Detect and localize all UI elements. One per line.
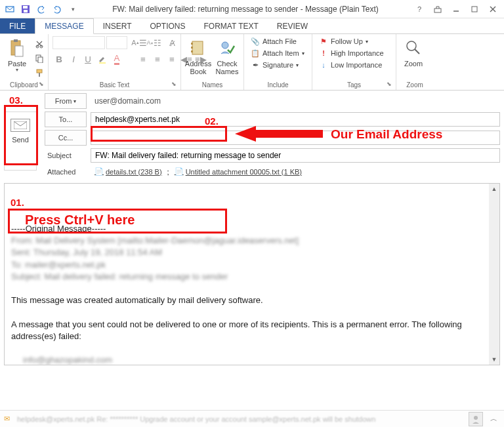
underline-button[interactable]: U [81,52,94,66]
message-body[interactable]: -----Original Message----- From: Mail De… [5,184,499,365]
from-button[interactable]: From ▾ [45,93,87,109]
orig-subject: Subject: Mail delivery failed: returning… [11,271,493,283]
tab-insert[interactable]: INSERT [94,18,141,33]
qat-dropdown-icon[interactable]: ▾ [66,2,80,16]
basictext-launcher[interactable]: ⬊ [171,81,179,89]
check-names-button[interactable]: Check Names [214,36,240,77]
font-size-select[interactable] [106,36,127,49]
clipboard-launcher[interactable]: ⬊ [39,81,47,89]
paste-icon [7,37,28,58]
fail-addr: info@ghazopakind.com [11,354,493,365]
group-include: 📎Attach File 📋Attach Item ▾ ✒Signature ▾… [244,34,312,90]
window-title: FW: Mail delivery failed: returning mess… [80,5,411,14]
check-names-label: Check Names [216,60,239,75]
send-icon [10,119,30,132]
minimize-icon[interactable] [448,3,465,16]
to-button[interactable]: To... [45,112,87,127]
paperclip-icon: 📎 [251,37,260,46]
save-icon[interactable] [18,2,33,16]
align-center-icon[interactable]: ≡ [151,52,164,66]
address-book-button[interactable]: Address Book [185,36,211,77]
bullets-icon[interactable]: ☰ [136,36,150,49]
toggle-pane-icon[interactable]: ︿ [487,414,500,424]
app-icon[interactable] [3,2,17,16]
align-left-icon[interactable]: ≡ [136,52,150,66]
help-icon[interactable]: ? [411,3,428,16]
tab-file[interactable]: FILE [0,18,35,33]
paste-button[interactable]: Paste ▾ [4,36,30,75]
to-input[interactable] [91,112,500,127]
flag-icon: ⚑ [319,37,328,46]
numbering-icon[interactable]: ☷ [151,36,164,49]
undo-icon[interactable] [34,2,49,16]
tab-format-text[interactable]: FORMAT TEXT [195,18,268,33]
cut-icon[interactable] [33,37,46,51]
ribbon: Paste ▾ Clipboard ⬊ A▴ A▾ B I U [0,34,504,91]
attach-item-icon: 📋 [251,49,260,58]
svg-rect-10 [14,39,18,42]
align-right-icon[interactable]: ≡ [165,52,178,66]
title-bar: ▾ FW: Mail delivery failed: returning me… [0,0,504,18]
svg-rect-16 [37,70,42,73]
tab-message[interactable]: MESSAGE [35,18,93,34]
down-arrow-icon: ↓ [319,60,328,70]
svg-line-25 [415,49,419,54]
orig-to: To: mailer@xperts.net.pk [11,259,493,271]
font-color-icon[interactable]: A [110,52,123,66]
file-icon: 📄 [94,167,104,176]
high-importance-button[interactable]: !High Importance [316,48,387,58]
body-para1: This message was created automatically b… [11,295,493,306]
check-names-icon [217,37,238,58]
scroll-down-icon[interactable]: ▼ [489,354,499,365]
attach-item-button[interactable]: 📋Attach Item ▾ [248,48,307,58]
svg-rect-15 [38,57,43,63]
group-label-tags: Tags [312,80,396,90]
file-icon: 📄 [175,167,184,176]
signature-icon: ✒ [251,60,260,70]
follow-up-button[interactable]: ⚑Follow Up ▾ [316,36,387,47]
window-controls: ? [411,3,501,16]
avatar[interactable] [469,412,483,426]
tab-options[interactable]: OPTIONS [141,18,195,33]
attachment-1[interactable]: 📄details.txt (238 B) [94,167,162,176]
subject-input[interactable] [91,148,500,163]
clear-format-icon[interactable]: A̷ [165,36,178,49]
body-scrollbar[interactable]: ▲ ▼ [489,184,499,365]
attachment-2[interactable]: 📄Untitled attachment 00005.txt (1 KB) [175,167,302,176]
compose-area: Send From ▾ user@domain.com To... Cc... … [0,91,504,180]
cc-input[interactable] [91,131,500,145]
svg-rect-17 [39,73,40,77]
group-label-include: Include [244,80,312,90]
copy-icon[interactable] [33,52,46,65]
group-basic-text: A▴ A▾ B I U A ☰ ☷ A̷ ≡ ≡ ≡ ◀≡ ≡▶ [49,34,181,90]
italic-button[interactable]: I [67,52,80,66]
ribbon-options-icon[interactable] [429,3,446,16]
group-zoom: Zoom Zoom [396,34,433,90]
signature-button[interactable]: ✒Signature ▾ [248,60,307,70]
bold-button[interactable]: B [52,52,66,66]
tags-launcher[interactable]: ⬊ [387,81,394,89]
svg-rect-2 [23,6,28,9]
cc-button[interactable]: Cc... [45,130,87,146]
tab-review[interactable]: REVIEW [268,18,317,33]
svg-rect-22 [191,51,193,52]
svg-point-24 [407,41,416,51]
group-label-zoom: Zoom [396,80,433,90]
close-icon[interactable] [484,3,501,16]
format-painter-icon[interactable] [33,66,46,79]
attach-file-button[interactable]: 📎Attach File [248,36,307,47]
low-importance-button[interactable]: ↓Low Importance [316,60,387,70]
quick-access-toolbar: ▾ [3,2,80,16]
highlight-icon[interactable] [96,52,109,66]
svg-rect-20 [191,43,193,45]
scroll-up-icon[interactable]: ▲ [489,184,499,194]
zoom-button[interactable]: Zoom [400,36,427,69]
redo-icon[interactable] [50,2,64,16]
maximize-icon[interactable] [466,3,483,16]
send-button[interactable]: Send [4,112,37,171]
font-family-select[interactable] [52,36,105,49]
orig-msg-header: -----Original Message----- [11,223,493,235]
send-label: Send [12,136,29,144]
svg-rect-19 [192,41,203,54]
group-label-names: Names [181,80,243,90]
